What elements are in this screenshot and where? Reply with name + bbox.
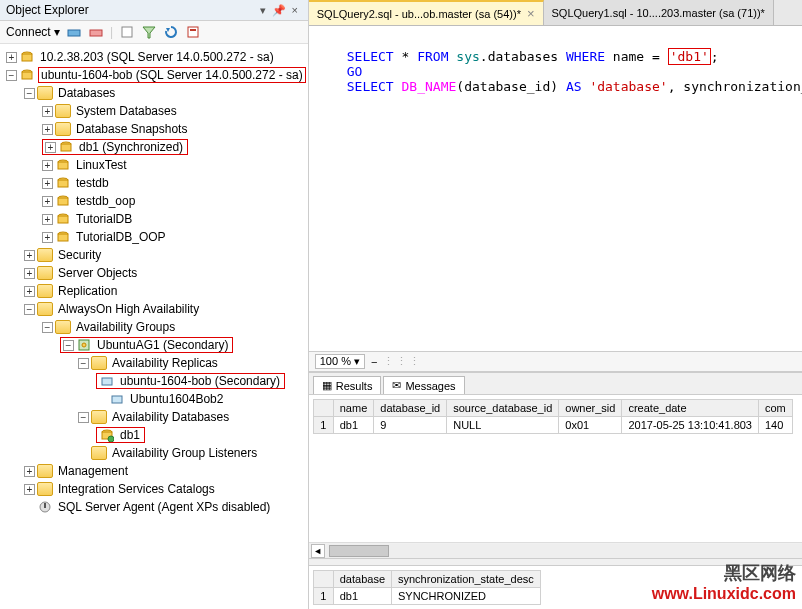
connect-icon[interactable]	[66, 24, 82, 40]
split-handle-icon[interactable]: ⋮⋮⋮	[383, 355, 422, 368]
panel-close-icon[interactable]: ×	[288, 4, 302, 17]
tree-toggle[interactable]: −	[24, 88, 35, 99]
tree-toggle[interactable]: +	[42, 196, 53, 207]
tree-avdb1[interactable]: db1	[118, 428, 142, 442]
refresh-icon[interactable]	[163, 24, 179, 40]
panel-dropdown-icon[interactable]: ▾	[256, 4, 270, 17]
tree-management[interactable]: Management	[56, 464, 130, 478]
tree-replication[interactable]: Replication	[56, 284, 119, 298]
zoom-dropdown[interactable]: 100 % ▾	[315, 354, 365, 369]
svg-rect-1	[90, 30, 102, 36]
tree-toggle[interactable]: +	[24, 250, 35, 261]
tree-toggle[interactable]: +	[6, 52, 17, 63]
col-owner-sid[interactable]: owner_sid	[559, 400, 622, 417]
tree-toggle[interactable]: +	[42, 178, 53, 189]
object-explorer-panel: Object Explorer ▾ 📌 × Connect ▾ | + 10.2…	[0, 0, 309, 609]
results-tab-messages[interactable]: ✉Messages	[383, 376, 464, 394]
tree-toggle[interactable]: +	[42, 106, 53, 117]
tree-server-1[interactable]: 10.2.38.203 (SQL Server 14.0.500.272 - s…	[38, 50, 276, 64]
stop-icon[interactable]	[119, 24, 135, 40]
tree-security[interactable]: Security	[56, 248, 103, 262]
tree-toggle[interactable]: −	[42, 322, 53, 333]
connect-button[interactable]: Connect ▾	[6, 25, 60, 39]
tree-toggle[interactable]: −	[78, 358, 89, 369]
col-create-date[interactable]: create_date	[622, 400, 759, 417]
tree-db1[interactable]: db1 (Synchronized)	[77, 140, 185, 154]
tree-availreplicas[interactable]: Availability Replicas	[110, 356, 220, 370]
results-grid-2: database synchronization_state_desc 1 db…	[313, 570, 541, 605]
disconnect-icon[interactable]	[88, 24, 104, 40]
col-source-database-id[interactable]: source_database_id	[447, 400, 559, 417]
h-scrollbar[interactable]: ◄ ►	[309, 542, 802, 558]
cell-create-date: 2017-05-25 13:10:41.803	[622, 417, 759, 434]
tree-replica1[interactable]: ubuntu-1604-bob (Secondary)	[118, 374, 282, 388]
tree-toggle[interactable]: −	[6, 70, 17, 81]
sql-editor[interactable]: SELECT * FROM sys.databases WHERE name =…	[309, 26, 802, 351]
tree-testdb[interactable]: testdb	[74, 176, 111, 190]
tree-toggle[interactable]: +	[45, 142, 56, 153]
cell-sync-state: SYNCHRONIZED	[392, 588, 541, 605]
tree-testdb-oop[interactable]: testdb_oop	[74, 194, 137, 208]
tab-sqlquery2[interactable]: SQLQuery2.sql - ub...ob.master (sa (54))…	[309, 0, 544, 25]
tree-toggle[interactable]: −	[24, 304, 35, 315]
results-grid-2-wrap[interactable]: database synchronization_state_desc 1 db…	[309, 566, 802, 609]
results-grid-1: name database_id source_database_id owne…	[313, 399, 793, 434]
zoom-minus[interactable]: −	[371, 356, 377, 368]
tree-databases[interactable]: Databases	[56, 86, 117, 100]
col-database-id[interactable]: database_id	[374, 400, 447, 417]
tree-toggle[interactable]: +	[24, 286, 35, 297]
tree-replica2[interactable]: Ubuntu1604Bob2	[128, 392, 225, 406]
scroll-thumb[interactable]	[329, 545, 389, 557]
tree-tutorialdb-oop[interactable]: TutorialDB_OOP	[74, 230, 168, 244]
col-database[interactable]: database	[333, 571, 391, 588]
tree-toggle[interactable]: +	[42, 124, 53, 135]
close-icon[interactable]: ×	[527, 6, 535, 21]
filter-icon[interactable]	[141, 24, 157, 40]
table-row[interactable]: 1 db1 9 NULL 0x01 2017-05-25 13:10:41.80…	[313, 417, 792, 434]
svg-rect-6	[190, 29, 196, 31]
tree-toggle[interactable]: +	[24, 466, 35, 477]
database-icon	[55, 194, 71, 208]
folder-icon	[37, 248, 53, 262]
col-sync-state[interactable]: synchronization_state_desc	[392, 571, 541, 588]
col-header[interactable]	[313, 400, 333, 417]
object-explorer-tree[interactable]: + 10.2.38.203 (SQL Server 14.0.500.272 -…	[0, 44, 308, 609]
tree-toggle[interactable]: +	[24, 484, 35, 495]
tree-availgroups[interactable]: Availability Groups	[74, 320, 177, 334]
tree-server-2[interactable]: ubuntu-1604-bob (SQL Server 14.0.500.272…	[38, 67, 306, 83]
tree-serverobj[interactable]: Server Objects	[56, 266, 139, 280]
tree-linuxtest[interactable]: LinuxTest	[74, 158, 129, 172]
results-splitter[interactable]	[309, 558, 802, 566]
server-icon	[19, 50, 35, 64]
tree-agent[interactable]: SQL Server Agent (Agent XPs disabled)	[56, 500, 272, 514]
database-icon	[58, 140, 74, 154]
tree-alwayson[interactable]: AlwaysOn High Availability	[56, 302, 201, 316]
folder-icon	[91, 410, 107, 424]
tree-toggle[interactable]: −	[78, 412, 89, 423]
cell-com: 140	[759, 417, 793, 434]
tree-tutorialdb[interactable]: TutorialDB	[74, 212, 134, 226]
results-tab-results[interactable]: ▦Results	[313, 376, 382, 394]
results-grid-1-wrap[interactable]: name database_id source_database_id owne…	[309, 395, 802, 542]
tree-sysdb[interactable]: System Databases	[74, 104, 179, 118]
col-header[interactable]	[313, 571, 333, 588]
panel-pin-icon[interactable]: 📌	[272, 4, 286, 17]
report-icon[interactable]	[185, 24, 201, 40]
cell-owner-sid: 0x01	[559, 417, 622, 434]
col-com[interactable]: com	[759, 400, 793, 417]
tree-listeners[interactable]: Availability Group Listeners	[110, 446, 259, 460]
tree-isc[interactable]: Integration Services Catalogs	[56, 482, 217, 496]
table-row[interactable]: 1 db1 SYNCHRONIZED	[313, 588, 540, 605]
tab-sqlquery1[interactable]: SQLQuery1.sql - 10....203.master (sa (71…	[544, 0, 774, 25]
folder-icon	[55, 320, 71, 334]
tree-toggle[interactable]: +	[42, 160, 53, 171]
tree-dbsnap[interactable]: Database Snapshots	[74, 122, 189, 136]
tree-toggle[interactable]: +	[42, 232, 53, 243]
tree-ubuntuag1[interactable]: UbuntuAG1 (Secondary)	[95, 338, 230, 352]
scroll-left-icon[interactable]: ◄	[311, 544, 325, 558]
tree-toggle[interactable]: +	[42, 214, 53, 225]
tree-toggle[interactable]: +	[24, 268, 35, 279]
tree-availdatabases[interactable]: Availability Databases	[110, 410, 231, 424]
col-name[interactable]: name	[333, 400, 374, 417]
tree-toggle[interactable]: −	[63, 340, 74, 351]
